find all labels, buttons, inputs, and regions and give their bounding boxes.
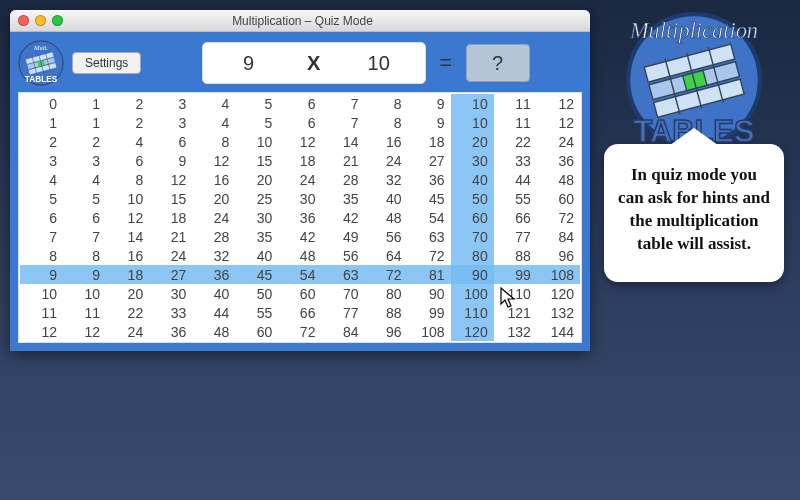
table-cell[interactable]: 28 bbox=[321, 170, 364, 189]
table-cell[interactable]: 9 bbox=[149, 151, 192, 170]
table-cell[interactable]: 0 bbox=[20, 94, 63, 113]
table-row[interactable]: 0123456789101112 bbox=[20, 94, 580, 113]
table-cell[interactable]: 14 bbox=[106, 227, 149, 246]
table-cell[interactable]: 25 bbox=[235, 189, 278, 208]
table-cell[interactable]: 7 bbox=[321, 94, 364, 113]
table-cell[interactable]: 12 bbox=[149, 170, 192, 189]
table-cell[interactable]: 64 bbox=[365, 246, 408, 265]
table-cell[interactable]: 70 bbox=[321, 284, 364, 303]
table-cell[interactable]: 6 bbox=[20, 208, 63, 227]
table-cell[interactable]: 5 bbox=[63, 189, 106, 208]
table-row[interactable]: 224681012141618202224 bbox=[20, 132, 580, 151]
table-cell[interactable]: 12 bbox=[63, 322, 106, 341]
table-cell[interactable]: 24 bbox=[537, 132, 580, 151]
table-cell[interactable]: 18 bbox=[106, 265, 149, 284]
table-cell[interactable]: 4 bbox=[106, 132, 149, 151]
table-cell[interactable]: 12 bbox=[537, 113, 580, 132]
table-cell[interactable]: 10 bbox=[235, 132, 278, 151]
table-cell[interactable]: 30 bbox=[235, 208, 278, 227]
table-cell[interactable]: 9 bbox=[408, 113, 451, 132]
table-cell[interactable]: 4 bbox=[192, 94, 235, 113]
table-cell[interactable]: 40 bbox=[235, 246, 278, 265]
table-cell[interactable]: 35 bbox=[235, 227, 278, 246]
table-cell[interactable]: 10 bbox=[106, 189, 149, 208]
table-cell[interactable]: 16 bbox=[106, 246, 149, 265]
table-cell[interactable]: 8 bbox=[20, 246, 63, 265]
table-cell[interactable]: 11 bbox=[494, 113, 537, 132]
table-cell[interactable]: 48 bbox=[537, 170, 580, 189]
table-cell[interactable]: 12 bbox=[20, 322, 63, 341]
table-cell[interactable]: 12 bbox=[278, 132, 321, 151]
table-cell[interactable]: 20 bbox=[106, 284, 149, 303]
minimize-icon[interactable] bbox=[35, 15, 46, 26]
table-cell[interactable]: 66 bbox=[278, 303, 321, 322]
table-cell[interactable]: 10 bbox=[20, 284, 63, 303]
table-cell[interactable]: 1 bbox=[63, 113, 106, 132]
table-cell[interactable]: 15 bbox=[149, 189, 192, 208]
table-cell[interactable]: 72 bbox=[408, 246, 451, 265]
table-cell[interactable]: 8 bbox=[192, 132, 235, 151]
table-cell[interactable]: 36 bbox=[537, 151, 580, 170]
table-row[interactable]: 11112233445566778899110121132 bbox=[20, 303, 580, 322]
table-cell[interactable]: 110 bbox=[451, 303, 494, 322]
table-cell[interactable]: 77 bbox=[321, 303, 364, 322]
table-cell[interactable]: 44 bbox=[494, 170, 537, 189]
table-cell[interactable]: 30 bbox=[278, 189, 321, 208]
table-cell[interactable]: 80 bbox=[451, 246, 494, 265]
table-cell[interactable]: 88 bbox=[494, 246, 537, 265]
table-cell[interactable]: 22 bbox=[494, 132, 537, 151]
table-cell[interactable]: 10 bbox=[63, 284, 106, 303]
table-cell[interactable]: 55 bbox=[494, 189, 537, 208]
table-cell[interactable]: 96 bbox=[537, 246, 580, 265]
table-cell[interactable]: 28 bbox=[192, 227, 235, 246]
table-cell[interactable]: 18 bbox=[149, 208, 192, 227]
table-cell[interactable]: 5 bbox=[235, 113, 278, 132]
table-cell[interactable]: 49 bbox=[321, 227, 364, 246]
table-cell[interactable]: 24 bbox=[106, 322, 149, 341]
table-row[interactable]: 771421283542495663707784 bbox=[20, 227, 580, 246]
table-cell[interactable]: 33 bbox=[494, 151, 537, 170]
table-cell[interactable]: 24 bbox=[192, 208, 235, 227]
table-row[interactable]: 9918273645546372819099108 bbox=[20, 265, 580, 284]
table-cell[interactable]: 6 bbox=[106, 151, 149, 170]
table-cell[interactable]: 80 bbox=[365, 284, 408, 303]
table-cell[interactable]: 60 bbox=[537, 189, 580, 208]
table-cell[interactable]: 90 bbox=[408, 284, 451, 303]
table-cell[interactable]: 90 bbox=[451, 265, 494, 284]
table-cell[interactable]: 32 bbox=[192, 246, 235, 265]
table-cell[interactable]: 72 bbox=[278, 322, 321, 341]
table-cell[interactable]: 2 bbox=[20, 132, 63, 151]
table-cell[interactable]: 3 bbox=[63, 151, 106, 170]
table-row[interactable]: 661218243036424854606672 bbox=[20, 208, 580, 227]
table-cell[interactable]: 84 bbox=[537, 227, 580, 246]
table-cell[interactable]: 7 bbox=[63, 227, 106, 246]
table-cell[interactable]: 9 bbox=[20, 265, 63, 284]
table-cell[interactable]: 4 bbox=[192, 113, 235, 132]
table-cell[interactable]: 11 bbox=[63, 303, 106, 322]
table-cell[interactable]: 30 bbox=[451, 151, 494, 170]
table-cell[interactable]: 20 bbox=[235, 170, 278, 189]
table-cell[interactable]: 54 bbox=[278, 265, 321, 284]
table-cell[interactable]: 6 bbox=[278, 113, 321, 132]
table-cell[interactable]: 8 bbox=[63, 246, 106, 265]
table-cell[interactable]: 108 bbox=[537, 265, 580, 284]
table-cell[interactable]: 3 bbox=[149, 94, 192, 113]
table-cell[interactable]: 1 bbox=[20, 113, 63, 132]
table-cell[interactable]: 35 bbox=[321, 189, 364, 208]
table-row[interactable]: 10102030405060708090100110120 bbox=[20, 284, 580, 303]
table-cell[interactable]: 3 bbox=[20, 151, 63, 170]
table-cell[interactable]: 5 bbox=[235, 94, 278, 113]
table-row[interactable]: 121224364860728496108120132144 bbox=[20, 322, 580, 341]
table-cell[interactable]: 60 bbox=[235, 322, 278, 341]
table-cell[interactable]: 63 bbox=[321, 265, 364, 284]
table-cell[interactable]: 30 bbox=[149, 284, 192, 303]
table-cell[interactable]: 11 bbox=[494, 94, 537, 113]
table-cell[interactable]: 55 bbox=[235, 303, 278, 322]
table-cell[interactable]: 132 bbox=[537, 303, 580, 322]
table-cell[interactable]: 2 bbox=[63, 132, 106, 151]
table-cell[interactable]: 1 bbox=[63, 94, 106, 113]
table-cell[interactable]: 36 bbox=[408, 170, 451, 189]
titlebar[interactable]: Multiplication – Quiz Mode bbox=[10, 10, 590, 32]
table-cell[interactable]: 50 bbox=[451, 189, 494, 208]
settings-button[interactable]: Settings bbox=[72, 52, 141, 74]
